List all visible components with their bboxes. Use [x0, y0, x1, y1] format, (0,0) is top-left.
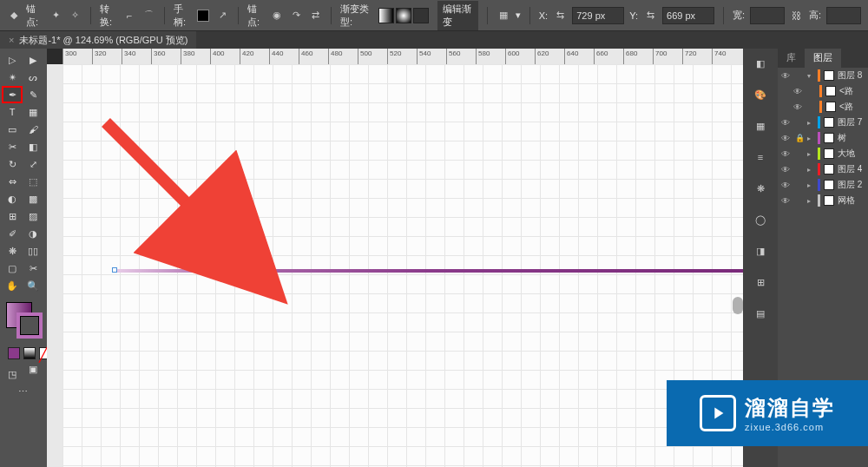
visibility-icon[interactable]: 👁 [781, 149, 792, 159]
layer-row[interactable]: 👁<路 [778, 99, 868, 115]
gradient-panel-icon[interactable]: ◨ [751, 241, 770, 260]
align-icon[interactable]: ▦ [496, 7, 510, 24]
column-graph-tool[interactable]: ▯▯ [23, 243, 43, 259]
hand-tool[interactable]: ✋ [3, 278, 22, 293]
layer-row[interactable]: 👁▸图层 2 [778, 177, 868, 193]
layer-row[interactable]: 👁▸大地 [778, 146, 868, 161]
chevron-icon[interactable]: ▸ [807, 150, 814, 158]
color-icon[interactable]: 🎨 [751, 85, 770, 104]
visibility-icon[interactable]: 👁 [781, 196, 792, 206]
gradient-mode-swatch[interactable] [23, 347, 36, 359]
layer-row[interactable]: 👁🔒▸树 [778, 130, 868, 146]
link-xy-icon-2[interactable]: ⇆ [643, 7, 657, 24]
eraser-tool[interactable]: ◧ [23, 139, 43, 155]
screen-mode-tool[interactable]: ◳ [3, 366, 22, 382]
chevron-icon[interactable]: ▸ [807, 197, 814, 205]
width-tool[interactable]: ⇔ [3, 174, 22, 189]
align-panel-icon[interactable]: ⊞ [751, 273, 770, 292]
handle-mode-icon[interactable]: ↗ [215, 7, 229, 24]
selection-tool[interactable]: ▷ [3, 52, 22, 68]
color-mode-swatch[interactable] [8, 347, 20, 359]
ruler-vertical[interactable] [47, 64, 62, 467]
scrollbar-thumb[interactable] [733, 297, 743, 314]
perspective-grid-tool[interactable]: ▩ [23, 191, 43, 207]
link-wh-icon[interactable]: ⛓ [790, 7, 804, 24]
visibility-icon[interactable]: 👁 [793, 87, 804, 96]
visibility-icon[interactable]: 👁 [793, 102, 804, 112]
layers-tab[interactable]: 图层 [805, 49, 841, 68]
direct-selection-tool[interactable]: ▶ [23, 52, 43, 68]
scale-tool[interactable]: ⤢ [23, 156, 43, 172]
y-input[interactable] [662, 7, 714, 24]
ruler-horizontal[interactable]: 3003203403603804004204404604805005205405… [62, 49, 743, 64]
join-path-icon[interactable]: ⇄ [308, 7, 322, 24]
h-input[interactable] [826, 7, 861, 24]
curvature-tool[interactable]: ✎ [23, 87, 43, 102]
anchor-icon[interactable]: ◆ [7, 7, 21, 24]
slice-tool[interactable]: ✂ [23, 260, 43, 276]
visibility-icon[interactable]: 👁 [781, 165, 792, 174]
radial-gradient-swatch[interactable] [396, 8, 411, 23]
type-tool[interactable]: T [3, 104, 22, 120]
blend-tool[interactable]: ◑ [23, 226, 43, 241]
artboard-tool[interactable]: ▢ [3, 260, 22, 276]
rotate-tool[interactable]: ↻ [3, 156, 22, 172]
eyedropper-tool[interactable]: ✐ [3, 226, 22, 241]
x-input[interactable] [572, 7, 624, 24]
symbol-sprayer-tool[interactable]: ❋ [3, 243, 22, 259]
stroke-icon[interactable]: ◯ [751, 210, 770, 229]
anchor-mode-2[interactable]: ✧ [68, 7, 82, 24]
anchor-mode-1[interactable]: ✦ [49, 7, 62, 24]
layer-row[interactable]: 👁▸图层 7 [778, 115, 868, 130]
visibility-icon[interactable]: 👁 [781, 181, 792, 190]
close-icon[interactable]: × [9, 35, 14, 45]
edit-toolbar-button[interactable]: ⋯ [3, 384, 43, 399]
shape-builder-tool[interactable]: ◐ [3, 191, 22, 207]
brushes-icon[interactable]: ≡ [751, 148, 770, 167]
free-transform-tool[interactable]: ⬚ [23, 174, 43, 189]
layer-row[interactable]: 👁▸网格 [778, 193, 868, 208]
zoom-tool[interactable]: 🔍 [23, 278, 43, 293]
edit-gradient-button[interactable]: 编辑渐变 [437, 1, 478, 30]
layer-row[interactable]: 👁▾图层 8 [778, 68, 868, 83]
draw-mode-tool[interactable]: ▣ [23, 361, 43, 377]
lasso-tool[interactable]: ᔕ [23, 69, 43, 85]
convert-smooth-icon[interactable]: ⌒ [141, 7, 155, 24]
shaper-tool[interactable]: ✂ [3, 139, 22, 155]
properties-icon[interactable]: ◧ [751, 54, 770, 73]
magic-wand-tool[interactable]: ✴ [3, 69, 22, 85]
lock-icon[interactable]: 🔒 [795, 134, 804, 142]
layer-row[interactable]: 👁<路 [778, 83, 868, 99]
handle-swatch[interactable] [196, 7, 210, 24]
visibility-icon[interactable]: 👁 [781, 134, 792, 143]
freeform-gradient-swatch[interactable] [413, 8, 429, 23]
swatches-icon[interactable]: ▦ [751, 116, 770, 135]
line-segment-tool[interactable]: ▦ [23, 104, 43, 120]
chevron-icon[interactable]: ▸ [807, 135, 814, 142]
chevron-icon[interactable]: ▸ [807, 181, 814, 189]
visibility-icon[interactable]: 👁 [781, 71, 792, 81]
layer-row[interactable]: 👁▸图层 4 [778, 161, 868, 177]
visibility-icon[interactable]: 👁 [781, 118, 792, 128]
symbols-icon[interactable]: ❋ [751, 179, 770, 198]
pen-tool[interactable]: ✒ [3, 87, 22, 102]
convert-corner-icon[interactable]: ⌐ [122, 7, 136, 24]
linear-gradient-swatch[interactable] [378, 8, 394, 23]
fill-stroke-control[interactable] [4, 300, 43, 340]
canvas[interactable] [62, 64, 743, 467]
mesh-tool[interactable]: ⊞ [3, 208, 22, 224]
cut-path-icon[interactable]: ↷ [289, 7, 303, 24]
rectangle-tool[interactable]: ▭ [3, 122, 22, 137]
link-xy-icon[interactable]: ⇆ [553, 7, 567, 24]
transform-panel-icon[interactable]: ▤ [751, 304, 770, 323]
library-tab[interactable]: 库 [778, 49, 805, 68]
chevron-icon[interactable]: ▾ [807, 72, 814, 80]
chevron-icon[interactable]: ▸ [807, 119, 814, 127]
document-tab[interactable]: × 未标题-1* @ 124.69% (RGB/GPU 预览) [0, 31, 196, 49]
gradient-tool[interactable]: ▨ [23, 208, 43, 224]
paintbrush-tool[interactable]: 🖌 [23, 122, 43, 137]
chevron-icon[interactable]: ▸ [807, 166, 814, 174]
stroke-swatch[interactable] [16, 312, 43, 339]
anchor2-icon[interactable]: ◉ [270, 7, 284, 24]
w-input[interactable] [750, 7, 785, 24]
